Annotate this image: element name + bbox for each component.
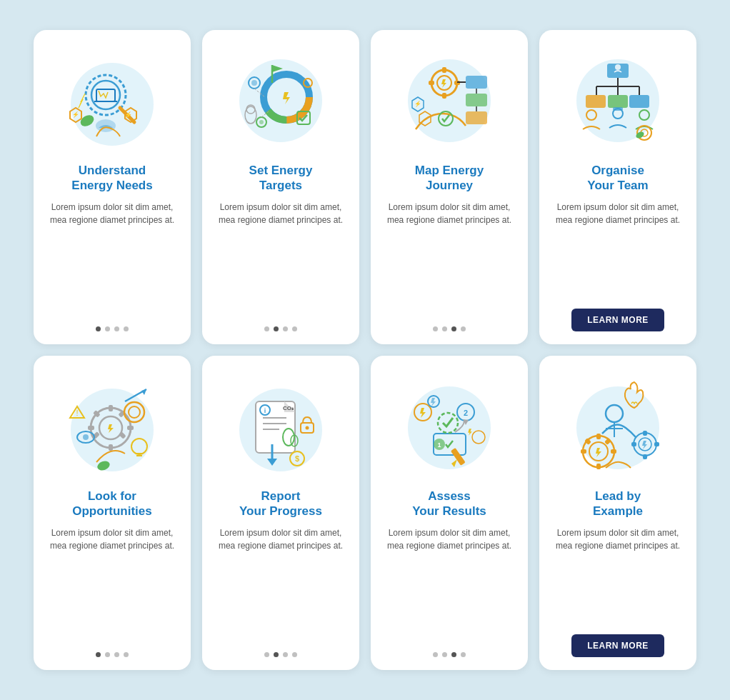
svg-rect-38: [466, 76, 487, 89]
card-title-look-for-opportunities: Look for Opportunities: [72, 489, 151, 519]
illustration-map-energy-journey: ⚡: [392, 41, 506, 156]
card-footer-assess-your-results: [433, 652, 466, 657]
svg-text:⚡: ⚡: [414, 100, 421, 107]
card-title-set-energy-targets: Set Energy Targets: [249, 163, 313, 194]
svg-rect-143: [654, 442, 659, 446]
dot-3: [451, 326, 456, 331]
card-title-lead-by-example: Lead by Example: [593, 489, 643, 519]
svg-point-24: [259, 120, 264, 124]
dot-4: [124, 326, 129, 331]
dot-1: [433, 326, 438, 331]
svg-rect-133: [581, 449, 586, 454]
card-assess-your-results: 1 2: [371, 356, 528, 670]
card-footer-map-energy-journey: [433, 326, 466, 331]
svg-rect-132: [596, 464, 601, 469]
dot-3: [451, 652, 456, 657]
svg-text:⚡: ⚡: [72, 111, 79, 118]
svg-rect-36: [429, 81, 434, 85]
illustration-assess-your-results: 1 2: [392, 367, 506, 481]
dot-3: [283, 652, 288, 657]
card-body-look-for-opportunities: Lorem ipsum dolor sit dim amet, mea regi…: [46, 526, 178, 644]
illustration-understand-energy-needs: ⚡ ⚡: [55, 41, 169, 156]
card-footer-set-energy-targets: [264, 326, 297, 331]
svg-point-109: [408, 386, 491, 469]
svg-rect-74: [127, 426, 134, 430]
svg-rect-73: [88, 426, 94, 430]
dot-3: [114, 652, 119, 657]
dot-2: [442, 326, 447, 331]
dot-2: [274, 652, 279, 657]
illustration-lead-by-example: [561, 367, 675, 481]
svg-rect-59: [629, 95, 649, 108]
dot-1: [433, 652, 438, 657]
dot-1: [96, 652, 101, 657]
card-body-assess-your-results: Lorem ipsum dolor sit dim amet, mea regi…: [384, 526, 515, 644]
svg-text:$: $: [294, 454, 299, 463]
card-body-understand-energy-needs: Lorem ipsum dolor sit dim amet, mea regi…: [46, 201, 178, 319]
card-organise-your-team: Organise Your Team Lorem ipsum dolor sit…: [539, 30, 696, 344]
dot-1: [264, 652, 269, 657]
illustration-organise-your-team: [561, 41, 675, 156]
card-body-organise-your-team: Lorem ipsum dolor sit dim amet, mea regi…: [552, 201, 684, 298]
card-understand-energy-needs: ⚡ ⚡ Understand Energy Needs Lorem ipsum …: [34, 30, 191, 344]
svg-point-68: [71, 389, 154, 471]
cards-grid: ⚡ ⚡ Understand Energy Needs Lorem ipsum …: [19, 16, 711, 684]
svg-text:1: 1: [437, 441, 441, 449]
svg-point-86: [83, 434, 89, 440]
svg-point-67: [615, 64, 621, 70]
svg-rect-72: [109, 444, 113, 451]
card-title-report-your-progress: Report Your Progress: [239, 489, 322, 519]
svg-rect-134: [611, 449, 616, 454]
dot-2: [105, 326, 110, 331]
card-title-map-energy-journey: Map Energy Journey: [415, 163, 484, 194]
illustration-set-energy-targets: [224, 41, 338, 156]
svg-rect-35: [442, 93, 446, 99]
svg-rect-34: [442, 67, 446, 73]
dot-2: [105, 652, 110, 657]
card-body-report-your-progress: Lorem ipsum dolor sit dim amet, mea regi…: [215, 526, 346, 644]
svg-text:CO₂: CO₂: [283, 405, 294, 411]
learn-more-button-lead[interactable]: LEARN MORE: [571, 634, 664, 657]
svg-point-108: [305, 426, 309, 429]
card-body-lead-by-example: Lorem ipsum dolor sit dim amet, mea regi…: [552, 526, 684, 624]
illustration-report-your-progress: i CO₂ $: [224, 367, 338, 481]
dot-1: [96, 326, 101, 331]
svg-rect-40: [466, 111, 487, 124]
dot-4: [461, 326, 466, 331]
card-report-your-progress: i CO₂ $ Report Your Progress Lorem ipsum…: [202, 356, 359, 670]
svg-point-22: [251, 80, 257, 86]
card-footer-lead-by-example: LEARN MORE: [571, 631, 664, 657]
card-body-set-energy-targets: Lorem ipsum dolor sit dim amet, mea regi…: [215, 201, 346, 319]
dot-2: [274, 326, 279, 331]
svg-rect-62: [613, 107, 623, 111]
dot-4: [124, 652, 129, 657]
svg-text:⚡: ⚡: [124, 111, 132, 119]
svg-text:i: i: [264, 407, 266, 414]
svg-rect-142: [631, 442, 636, 446]
svg-rect-131: [596, 434, 601, 439]
dot-3: [114, 326, 119, 331]
card-title-understand-energy-needs: Understand Energy Needs: [71, 163, 152, 194]
card-set-energy-targets: Set Energy Targets Lorem ipsum dolor sit…: [202, 30, 359, 344]
card-look-for-opportunities: ! Look for Opportunities Lorem ipsum dol…: [34, 356, 191, 670]
card-title-assess-your-results: Assess Your Results: [412, 489, 486, 519]
card-map-energy-journey: ⚡ Map Energy Journey Lorem ipsum dolor s…: [371, 30, 528, 344]
svg-rect-57: [586, 95, 606, 108]
dot-4: [461, 652, 466, 657]
svg-rect-141: [643, 454, 647, 459]
learn-more-button-organise[interactable]: LEARN MORE: [571, 309, 664, 331]
svg-text:2: 2: [463, 409, 467, 417]
card-body-map-energy-journey: Lorem ipsum dolor sit dim amet, mea regi…: [384, 201, 515, 319]
dot-3: [283, 326, 288, 331]
card-footer-understand-energy-needs: [96, 326, 129, 331]
svg-rect-58: [608, 95, 628, 108]
dot-2: [442, 652, 447, 657]
card-footer-report-your-progress: [264, 652, 297, 657]
svg-text:!: !: [76, 409, 78, 417]
card-footer-organise-your-team: LEARN MORE: [571, 306, 664, 331]
svg-rect-71: [109, 405, 113, 411]
card-footer-look-for-opportunities: [96, 652, 129, 657]
svg-rect-140: [643, 431, 647, 436]
illustration-look-for-opportunities: !: [55, 367, 169, 481]
card-lead-by-example: Lead by Example Lorem ipsum dolor sit di…: [539, 356, 696, 670]
